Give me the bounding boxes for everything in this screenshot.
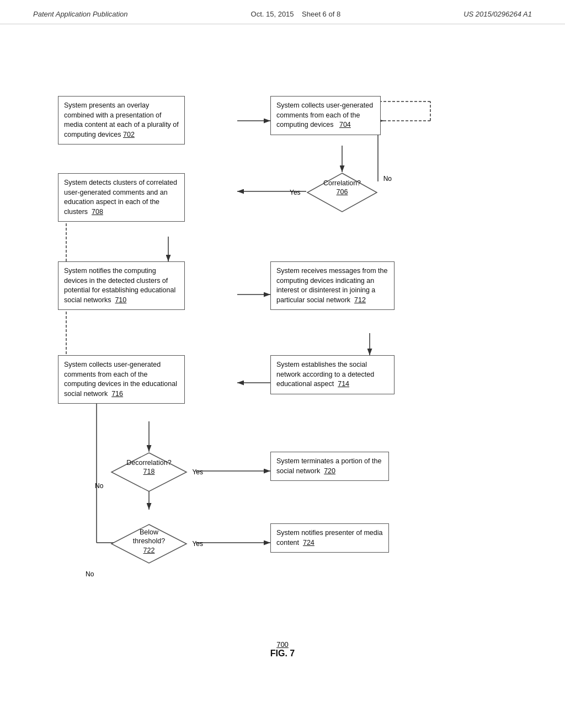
svg-marker-24 xyxy=(307,173,377,212)
svg-marker-26 xyxy=(111,524,186,563)
diamond-722: Below threshold? 722 Yes xyxy=(110,523,188,565)
yes-label-706: Yes xyxy=(290,189,301,196)
no-label-722: No xyxy=(86,570,94,578)
box-712: System receives messages from the comput… xyxy=(270,261,395,310)
diamond-718: Decorrelation? 718 No Yes xyxy=(110,452,188,493)
yes-label-718: Yes xyxy=(192,468,203,476)
no-label-718: No xyxy=(95,482,103,490)
box-704: System collects user-generated comments … xyxy=(270,96,381,135)
figure-label: 700 FIG. 7 xyxy=(270,640,295,659)
header-right: US 2015/0296264 A1 xyxy=(463,10,532,18)
box-724: System notifies presenter of media conte… xyxy=(270,523,389,553)
header-left: Patent Application Publication xyxy=(33,10,128,18)
diamond-706: Correlation? 706 Yes No xyxy=(306,172,378,213)
box-720: System terminates a portion of the socia… xyxy=(270,452,389,481)
box-714: System establishes the social network ac… xyxy=(270,355,395,394)
page-header: Patent Application Publication Oct. 15, … xyxy=(0,0,565,24)
box-716: System collects user-generated comments … xyxy=(58,355,185,404)
yes-label-722: Yes xyxy=(192,540,203,548)
header-date-sheet: Oct. 15, 2015 Sheet 6 of 8 xyxy=(251,10,341,18)
box-710: System notifies the computing devices in… xyxy=(58,261,185,310)
diagram-area: System presents an overlay combined with… xyxy=(0,24,565,675)
box-702: System presents an overlay combined with… xyxy=(58,96,185,144)
box-708: System detects clusters of correlated us… xyxy=(58,173,185,222)
no-label-706: No xyxy=(383,175,392,183)
svg-marker-25 xyxy=(111,453,186,491)
